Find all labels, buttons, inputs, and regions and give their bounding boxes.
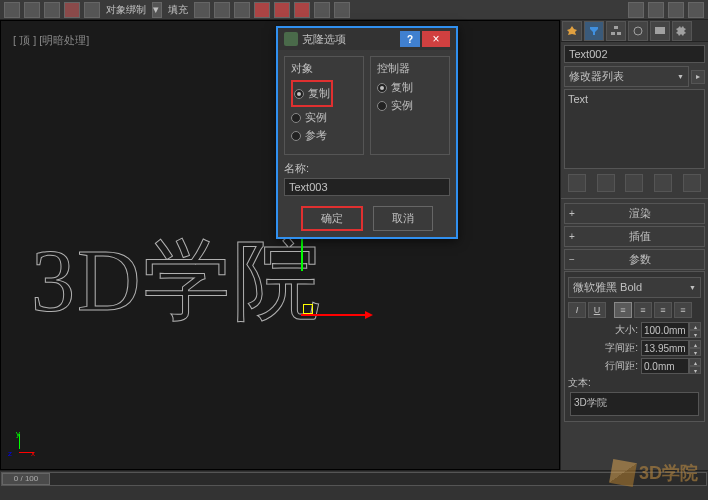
name-input[interactable]: [284, 178, 450, 196]
timeline-bar: 0 / 100: [0, 470, 708, 500]
pin-stack-icon[interactable]: [568, 174, 586, 192]
tool-icon[interactable]: [334, 2, 350, 18]
leading-label: 行间距:: [568, 359, 638, 373]
dialog-icon: [284, 32, 298, 46]
object-group-title: 对象: [291, 61, 357, 76]
modifier-config-button[interactable]: ▸: [691, 70, 705, 84]
show-end-result-icon[interactable]: [597, 174, 615, 192]
tool-icon[interactable]: [688, 2, 704, 18]
command-panel: 修改器列表 ▸ Text +渲染 +插值 −参数: [560, 20, 708, 470]
modify-tab[interactable]: [584, 21, 604, 41]
tool-icon[interactable]: [44, 2, 60, 18]
watermark-cube-icon: [609, 459, 637, 487]
rollout-params[interactable]: −参数: [564, 249, 705, 270]
time-slider[interactable]: 0 / 100: [1, 472, 707, 486]
svg-rect-2: [617, 32, 621, 35]
motion-tab[interactable]: [628, 21, 648, 41]
viewport-label[interactable]: [ 顶 ] [明暗处理]: [13, 33, 89, 48]
text-input[interactable]: 3D学院: [570, 392, 699, 416]
radio-ctrl-instance[interactable]: 实例: [377, 98, 443, 113]
spinner-up-icon[interactable]: ▴: [689, 322, 701, 330]
tool-icon[interactable]: [194, 2, 210, 18]
align-left-icon[interactable]: ≡: [614, 302, 632, 318]
rollout-render[interactable]: +渲染: [564, 203, 705, 224]
spinner-down-icon[interactable]: ▾: [689, 330, 701, 338]
tool-icon[interactable]: [274, 2, 290, 18]
rollout-interp[interactable]: +插值: [564, 226, 705, 247]
create-tab[interactable]: [562, 21, 582, 41]
transform-gizmo[interactable]: [291, 236, 371, 316]
radio-icon: [377, 83, 387, 93]
align-center-icon[interactable]: ≡: [634, 302, 652, 318]
size-label: 大小:: [568, 323, 638, 337]
radio-icon: [377, 101, 387, 111]
cancel-button[interactable]: 取消: [373, 206, 433, 231]
spinner-up-icon[interactable]: ▴: [689, 340, 701, 348]
italic-button[interactable]: I: [568, 302, 586, 318]
display-tab[interactable]: [650, 21, 670, 41]
kerning-spinner[interactable]: ▴▾: [641, 340, 701, 356]
clone-options-dialog: 克隆选项 ? × 对象 复制 实例 参考: [276, 26, 458, 239]
main-toolbar: 对象绑制 ▾ 填充: [0, 0, 708, 20]
help-button[interactable]: ?: [400, 31, 420, 47]
radio-instance[interactable]: 实例: [291, 110, 357, 125]
params-section: 微软雅黑 Bold I U ≡ ≡ ≡ ≡ 大小: ▴▾ 字间距:: [564, 271, 705, 422]
svg-point-3: [634, 27, 642, 35]
spinner-down-icon[interactable]: ▾: [689, 348, 701, 356]
controller-group-title: 控制器: [377, 61, 443, 76]
dialog-titlebar[interactable]: 克隆选项 ? ×: [278, 28, 456, 50]
tool-icon[interactable]: [668, 2, 684, 18]
modifier-stack[interactable]: Text: [564, 89, 705, 169]
leading-spinner[interactable]: ▴▾: [641, 358, 701, 374]
ok-button[interactable]: 确定: [301, 206, 363, 231]
controller-group: 控制器 复制 实例: [370, 56, 450, 155]
tool-icon[interactable]: [314, 2, 330, 18]
axis-xy-plane[interactable]: [303, 304, 313, 314]
text-label: 文本:: [568, 376, 701, 390]
remove-modifier-icon[interactable]: [654, 174, 672, 192]
timeline-ruler[interactable]: [0, 487, 708, 499]
tool-icon[interactable]: [628, 2, 644, 18]
object-name-input[interactable]: [564, 45, 705, 63]
spinner-up-icon[interactable]: ▴: [689, 358, 701, 366]
axis-x[interactable]: [301, 314, 371, 316]
radio-reference[interactable]: 参考: [291, 128, 357, 143]
modifier-list-dropdown[interactable]: 修改器列表: [564, 66, 689, 87]
radio-icon: [291, 113, 301, 123]
stack-item[interactable]: Text: [568, 93, 701, 105]
configure-sets-icon[interactable]: [683, 174, 701, 192]
spinner-down-icon[interactable]: ▾: [689, 366, 701, 374]
radio-icon: [291, 131, 301, 141]
svg-rect-0: [614, 26, 618, 29]
hierarchy-tab[interactable]: [606, 21, 626, 41]
tool-icon[interactable]: [648, 2, 664, 18]
tool-icon[interactable]: [294, 2, 310, 18]
svg-rect-4: [655, 27, 665, 34]
underline-button[interactable]: U: [588, 302, 606, 318]
align-right-icon[interactable]: ≡: [654, 302, 672, 318]
radio-icon: [294, 89, 304, 99]
svg-rect-1: [611, 32, 615, 35]
command-panel-tabs: [561, 20, 708, 42]
radio-ctrl-copy[interactable]: 复制: [377, 80, 443, 95]
tool-icon[interactable]: [24, 2, 40, 18]
object-group: 对象 复制 实例 参考: [284, 56, 364, 155]
tool-icon[interactable]: [4, 2, 20, 18]
dropdown-icon[interactable]: ▾: [152, 2, 162, 18]
align-justify-icon[interactable]: ≡: [674, 302, 692, 318]
utilities-tab[interactable]: [672, 21, 692, 41]
watermark: 3D学院: [611, 461, 698, 485]
tool-icon[interactable]: [254, 2, 270, 18]
font-dropdown[interactable]: 微软雅黑 Bold: [568, 277, 701, 298]
tool-icon[interactable]: [234, 2, 250, 18]
tool-icon[interactable]: [84, 2, 100, 18]
time-marker[interactable]: 0 / 100: [2, 473, 50, 485]
radio-copy[interactable]: 复制: [294, 86, 330, 101]
make-unique-icon[interactable]: [625, 174, 643, 192]
tool-icon[interactable]: [214, 2, 230, 18]
tool-icon[interactable]: [64, 2, 80, 18]
size-spinner[interactable]: ▴▾: [641, 322, 701, 338]
fill-label: 填充: [166, 3, 190, 17]
close-button[interactable]: ×: [422, 31, 450, 47]
dialog-title: 克隆选项: [302, 32, 400, 47]
